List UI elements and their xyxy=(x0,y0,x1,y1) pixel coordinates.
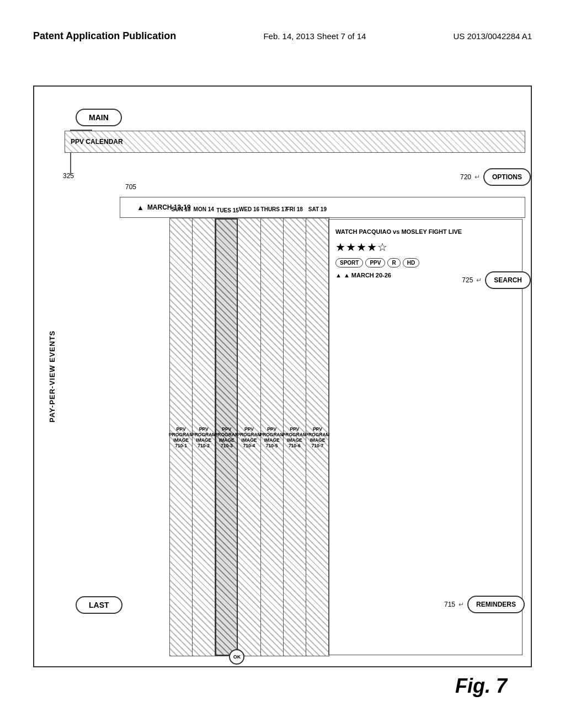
reminders-button[interactable]: REMINDERS xyxy=(467,596,525,613)
label-720: 720 xyxy=(460,173,471,181)
ppv-events-label: PAY-PER-VIEW EVENTS xyxy=(49,330,57,422)
star-5-outline: ☆ xyxy=(377,240,387,254)
cal-cell-sun: PPVPROGRAMIMAGE710-1 xyxy=(170,218,192,656)
badge-sport: SPORT xyxy=(335,258,363,267)
day-label-mon: MON 14 xyxy=(193,206,215,212)
ppv-calendar-text: PPV CALENDAR xyxy=(71,138,123,146)
cal-cell-mon: PPVPROGRAMIMAGE710-2 xyxy=(193,218,215,656)
header-date-sheet: Feb. 14, 2013 Sheet 7 of 14 xyxy=(263,31,366,41)
last-button[interactable]: LAST xyxy=(76,596,122,614)
day-label-sat: SAT 19 xyxy=(306,206,329,212)
options-button[interactable]: OPTIONS xyxy=(483,168,531,186)
ppv-calendar-row: PPV CALENDAR xyxy=(65,131,525,153)
badge-hd: HD xyxy=(403,258,419,267)
stars-row: ★ ★ ★ ★ ☆ xyxy=(335,240,515,254)
info-title: WATCH PACQUIAO vs MOSLEY FIGHT LIVE xyxy=(335,228,515,236)
badges-row: SPORT PPV R HD xyxy=(335,258,515,267)
badge-ppv: PPV xyxy=(365,258,385,267)
cal-col-mon: MON 14 PPVPROGRAMIMAGE710-2 xyxy=(193,218,215,656)
options-area: 720 ↵ OPTIONS xyxy=(460,168,531,186)
cal-col-wed: WED 16 PPVPROGRAMIMAGE710-4 xyxy=(238,218,260,656)
badge-r: R xyxy=(387,258,400,267)
day-label-wed: WED 16 xyxy=(238,206,260,212)
day-label-thurs: THURS 17 xyxy=(261,206,283,212)
label-715: 715 xyxy=(444,601,455,608)
march2-arrow-icon: ▲ xyxy=(335,272,342,279)
calendar-grid: SUN 13 PPVPROGRAMIMAGE710-1 MON 14 PPVPR… xyxy=(169,218,329,656)
label-325: 325 xyxy=(63,172,74,180)
cal-cell-fri: PPVPROGRAMIMAGE710-6 xyxy=(284,218,306,656)
label-725: 725 xyxy=(462,276,473,284)
cal-col-thurs: THURS 17 PPVPROGRAMIMAGE710-5 xyxy=(261,218,284,656)
diagram-container: PAY-PER-VIEW EVENTS MAIN LAST 325 PPV CA… xyxy=(33,85,532,667)
cal-col-tues: TUES 15 PPVPROGRAMIMAGE710-3 OK xyxy=(215,218,238,656)
label-705: 705 xyxy=(125,183,136,191)
cal-col-fri: FRI 18 PPVPROGRAMIMAGE710-6 xyxy=(284,218,306,656)
cal-cell-wed: PPVPROGRAMIMAGE710-4 xyxy=(238,218,260,656)
star-2: ★ xyxy=(346,240,356,254)
day-label-fri: FRI 18 xyxy=(284,206,306,212)
march-range-2-text: ▲ MARCH 20-26 xyxy=(344,272,391,279)
cal-col-sat: SAT 19 PPVPROGRAMIMAGE710-7 xyxy=(306,218,329,656)
day-label-tues: TUES 15 xyxy=(216,207,237,213)
star-1: ★ xyxy=(335,240,345,254)
page: Patent Application Publication Feb. 14, … xyxy=(0,0,565,728)
search-area: 725 ↵ SEARCH xyxy=(462,271,531,289)
reminders-area: 715 ↵ REMINDERS xyxy=(444,596,525,613)
main-button[interactable]: MAIN xyxy=(76,109,122,126)
cal-cell-tues-selected: PPVPROGRAMIMAGE710-3 xyxy=(216,220,237,655)
cal-cell-thurs: PPVPROGRAMIMAGE710-5 xyxy=(261,218,283,656)
ok-badge[interactable]: OK xyxy=(229,649,244,665)
march-arrow-icon: ▲ xyxy=(137,204,144,212)
star-3: ★ xyxy=(356,240,366,254)
cal-cell-sat: PPVPROGRAMIMAGE710-7 xyxy=(306,218,329,656)
cal-col-sun: SUN 13 PPVPROGRAMIMAGE710-1 xyxy=(170,218,193,656)
header: Patent Application Publication Feb. 14, … xyxy=(0,30,565,42)
star-4: ★ xyxy=(367,240,377,254)
day-label-sun: SUN 13 xyxy=(170,206,192,212)
fig-label: Fig. 7 xyxy=(455,675,507,698)
header-patent-number: US 2013/0042284 A1 xyxy=(453,31,532,41)
header-publication: Patent Application Publication xyxy=(33,30,176,42)
search-button[interactable]: SEARCH xyxy=(485,271,531,289)
